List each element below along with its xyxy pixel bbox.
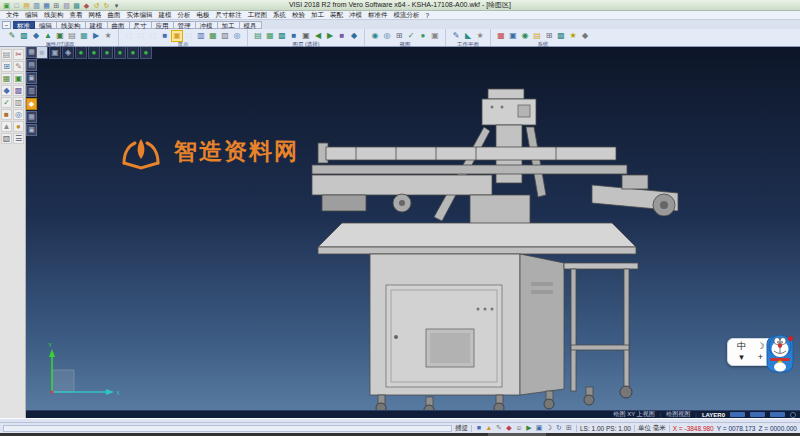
menu-item[interactable]: 电极: [194, 11, 213, 20]
ribbon-icon[interactable]: ▣: [430, 31, 440, 41]
ribbon-icon[interactable]: ▶: [91, 31, 101, 41]
view-orientation-icon[interactable]: ●: [140, 47, 152, 59]
snap-toggle-icon[interactable]: ⊞: [565, 424, 573, 432]
ribbon-icon[interactable]: ▦: [79, 31, 89, 41]
sidebar-tool-icon[interactable]: ■: [1, 109, 12, 120]
menu-item[interactable]: 编辑: [22, 11, 41, 20]
menu-item[interactable]: 冲模: [346, 11, 365, 20]
view-orientation-icon[interactable]: ■: [36, 47, 48, 59]
snap-toggle-icon[interactable]: ▲: [485, 424, 493, 432]
quick-access-icon[interactable]: ↻: [102, 1, 111, 10]
view-orientation-icon[interactable]: ●: [114, 47, 126, 59]
viewport-side-icon[interactable]: ▤: [26, 59, 37, 71]
menu-item[interactable]: ?: [423, 12, 433, 19]
viewport-side-icon[interactable]: ▦: [26, 111, 37, 123]
menu-item[interactable]: 尺寸标注: [213, 11, 245, 20]
sidebar-tool-icon[interactable]: ▦: [1, 73, 12, 84]
sidebar-tool-icon[interactable]: ▣: [13, 73, 24, 84]
view-orientation-icon[interactable]: ●: [101, 47, 113, 59]
workplane-indicator[interactable]: 绘图 XY 上视图: [614, 410, 655, 418]
ribbon-icon[interactable]: ▩: [556, 31, 566, 41]
snap-toggle-icon[interactable]: ↻: [555, 424, 563, 432]
ribbon-icon[interactable]: ✓: [406, 31, 416, 41]
ime-skin-button[interactable]: ▾: [732, 352, 751, 363]
sidebar-tool-icon[interactable]: ◆: [1, 85, 12, 96]
sidebar-tool-icon[interactable]: ✂: [13, 49, 24, 60]
view-orientation-icon[interactable]: ◈: [62, 47, 74, 59]
ribbon-icon[interactable]: ▤: [532, 31, 542, 41]
sidebar-tool-icon[interactable]: ▥: [13, 97, 24, 108]
viewport-status-button[interactable]: [730, 412, 745, 417]
ribbon-icon[interactable]: ◎: [232, 31, 242, 41]
sidebar-tool-icon[interactable]: ▲: [1, 121, 12, 132]
ribbon-tab[interactable]: 建模: [86, 21, 108, 29]
tab-menu-button[interactable]: −: [2, 21, 11, 29]
ime-language-button[interactable]: 中: [732, 341, 751, 352]
ribbon-tab[interactable]: 尺寸: [130, 21, 152, 29]
ribbon-icon[interactable]: ▧: [220, 31, 230, 41]
sidebar-tool-icon[interactable]: ✓: [1, 97, 12, 108]
snap-toggle-icon[interactable]: ▣: [535, 424, 543, 432]
quick-access-icon[interactable]: ▧: [62, 1, 71, 10]
snap-toggle-icon[interactable]: ■: [475, 424, 483, 432]
ribbon-icon[interactable]: ★: [568, 31, 578, 41]
ribbon-tab[interactable]: 冲模: [196, 21, 218, 29]
menu-item[interactable]: 校验: [289, 11, 308, 20]
sidebar-tool-icon[interactable]: ●: [13, 121, 24, 132]
quick-access-icon[interactable]: ▾: [112, 1, 121, 10]
menu-item[interactable]: 模流分析: [391, 11, 423, 20]
quick-access-icon[interactable]: ▥: [32, 1, 41, 10]
view-orientation-icon[interactable]: ●: [75, 47, 87, 59]
ribbon-icon[interactable]: ▦: [496, 31, 506, 41]
menu-item[interactable]: 建模: [156, 11, 175, 20]
sidebar-tool-icon[interactable]: ▩: [13, 85, 24, 96]
menu-item[interactable]: 工程图: [245, 11, 271, 20]
sidebar-tool-icon[interactable]: ◎: [13, 109, 24, 120]
ribbon-tab[interactable]: 管理: [174, 21, 196, 29]
ribbon-icon[interactable]: ◆: [580, 31, 590, 41]
ribbon-icon[interactable]: ⊞: [544, 31, 554, 41]
viewport-status-button[interactable]: [750, 412, 765, 417]
menu-item[interactable]: 查看: [67, 11, 86, 20]
menu-item[interactable]: 网格: [86, 11, 105, 20]
quick-access-icon[interactable]: ⊞: [52, 1, 61, 10]
ribbon-tab[interactable]: 编辑: [35, 21, 57, 29]
ribbon-icon[interactable]: □: [124, 31, 134, 41]
ribbon-tab[interactable]: 标准: [13, 21, 35, 29]
ribbon-icon[interactable]: ◀: [313, 31, 323, 41]
3d-viewport[interactable]: X Y ■▣◈●●●●●● ▦▤▣▥◆▦▣: [26, 47, 800, 418]
ribbon-icon[interactable]: ▥: [196, 31, 206, 41]
quick-access-icon[interactable]: ↺: [92, 1, 101, 10]
menu-item[interactable]: 加工: [308, 11, 327, 20]
ribbon-icon[interactable]: ▦: [265, 31, 275, 41]
view-orientation-icon[interactable]: ●: [88, 47, 100, 59]
menu-item[interactable]: 实体编辑: [124, 11, 156, 20]
ribbon-icon[interactable]: ▣: [508, 31, 518, 41]
ribbon-tab[interactable]: 曲面: [108, 21, 130, 29]
ribbon-icon[interactable]: ▣: [55, 31, 65, 41]
machine-model[interactable]: X Y: [26, 47, 800, 418]
ribbon-tab[interactable]: 应用: [152, 21, 174, 29]
ribbon-icon[interactable]: ◉: [370, 31, 380, 41]
ribbon-icon[interactable]: ◆: [349, 31, 359, 41]
ribbon-icon[interactable]: ◎: [382, 31, 392, 41]
ribbon-icon[interactable]: ▶: [325, 31, 335, 41]
menu-item[interactable]: 系统: [270, 11, 289, 20]
ribbon-icon[interactable]: ■: [160, 31, 170, 41]
ribbon-icon[interactable]: ▤: [253, 31, 263, 41]
view-orientation-icon[interactable]: ●: [127, 47, 139, 59]
ribbon-icon[interactable]: ●: [418, 31, 428, 41]
quick-access-icon[interactable]: ▤: [22, 1, 31, 10]
viewport-side-icon[interactable]: ▦: [26, 47, 37, 58]
ribbon-icon[interactable]: ▣: [172, 31, 182, 41]
sidebar-tool-icon[interactable]: ☰: [13, 133, 24, 144]
menu-item[interactable]: 曲面: [105, 11, 124, 20]
viewport-side-icon[interactable]: ▣: [26, 124, 37, 136]
menu-item[interactable]: 分析: [175, 11, 194, 20]
ribbon-tab[interactable]: 线架构: [57, 21, 86, 29]
sidebar-tool-icon[interactable]: ⊞: [1, 61, 12, 72]
viewport-status-badge-icon[interactable]: [790, 412, 796, 418]
snap-toggle-icon[interactable]: ☽: [545, 424, 553, 432]
quick-access-icon[interactable]: ▣: [2, 1, 11, 10]
quick-access-icon[interactable]: ◆: [82, 1, 91, 10]
